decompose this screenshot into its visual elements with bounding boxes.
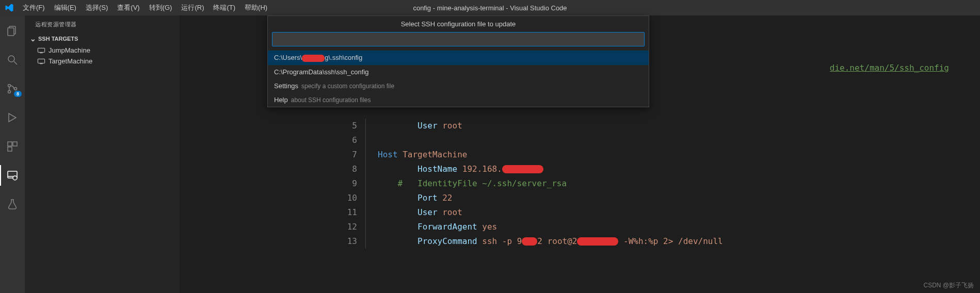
scm-badge: 8 xyxy=(14,91,22,97)
menu-help[interactable]: 帮助(H) xyxy=(240,1,272,14)
extensions-icon[interactable] xyxy=(0,136,25,157)
svg-rect-1 xyxy=(8,28,14,36)
menu-run[interactable]: 运行(R) xyxy=(176,1,208,14)
svg-rect-9 xyxy=(8,147,12,151)
title-bar: 文件(F) 编辑(E) 选择(S) 查看(V) 转到(G) 运行(R) 终端(T… xyxy=(0,0,980,15)
item-label: C:\ProgramData\ssh\ssh_config xyxy=(274,68,369,76)
monitor-icon xyxy=(37,47,45,54)
menu-terminal[interactable]: 终端(T) xyxy=(208,1,240,14)
code-line[interactable]: 13 ProxyCommand ssh -p 92 root@2 -W%h:%p… xyxy=(334,234,980,249)
item-label: Help xyxy=(274,96,288,104)
search-icon[interactable] xyxy=(0,50,25,70)
svg-line-3 xyxy=(14,61,17,64)
item-label: Settings xyxy=(274,82,298,90)
line-number: 5 xyxy=(334,119,357,133)
item-detail: specify a custom configuration file xyxy=(301,83,394,90)
line-number: 10 xyxy=(334,191,357,205)
svg-rect-8 xyxy=(13,142,17,146)
menu-view[interactable]: 查看(V) xyxy=(113,1,144,14)
code-line[interactable]: 6 xyxy=(334,133,980,148)
line-number: 12 xyxy=(334,220,357,234)
watermark: CSDN @影子飞扬 xyxy=(923,281,974,290)
ssh-target-jumpmachine[interactable]: JumpMachine xyxy=(25,45,180,56)
menu-go[interactable]: 转到(G) xyxy=(144,1,177,14)
menu-file[interactable]: 文件(F) xyxy=(18,1,50,14)
quick-pick-item-help[interactable]: Help about SSH configuration files xyxy=(268,93,649,107)
run-debug-icon[interactable] xyxy=(0,107,25,128)
target-label: JumpMachine xyxy=(49,46,90,54)
activity-bar: 8 xyxy=(0,15,25,293)
quick-pick-item-programdata[interactable]: C:\ProgramData\ssh\ssh_config xyxy=(268,65,649,79)
remote-explorer-icon[interactable] xyxy=(0,165,25,186)
quick-pick-title: Select SSH configuration file to update xyxy=(268,16,649,32)
chevron-down-icon: ⌄ xyxy=(30,35,36,43)
ssh-target-targetmachine[interactable]: TargetMachine xyxy=(25,56,180,67)
code-line[interactable]: 12 ForwardAgent yes xyxy=(334,220,980,234)
monitor-icon xyxy=(37,58,45,64)
redacted-icon xyxy=(577,237,618,246)
svg-point-4 xyxy=(8,85,11,87)
testing-icon[interactable] xyxy=(0,194,25,215)
quick-pick-input[interactable] xyxy=(272,32,645,46)
sidebar-title: 远程资源管理器 xyxy=(25,15,180,32)
svg-rect-15 xyxy=(38,59,44,63)
quick-pick-dialog: Select SSH configuration file to update … xyxy=(267,15,649,107)
vscode-logo-icon xyxy=(0,3,18,12)
line-number: 8 xyxy=(334,162,357,176)
files-icon[interactable] xyxy=(0,21,25,41)
source-control-icon[interactable]: 8 xyxy=(0,78,25,99)
line-number: 9 xyxy=(334,176,357,191)
line-number: 11 xyxy=(334,205,357,220)
redacted-icon xyxy=(502,165,543,173)
svg-point-5 xyxy=(8,91,11,93)
quick-pick-item-settings[interactable]: Settings specify a custom configuration … xyxy=(268,79,649,93)
line-number: 13 xyxy=(334,234,357,249)
svg-point-12 xyxy=(13,176,17,180)
redacted-icon xyxy=(522,237,537,246)
menu-selection[interactable]: 选择(S) xyxy=(81,1,113,14)
code-line[interactable]: 8 HostName 192.168. xyxy=(334,162,980,176)
sidebar-section-header[interactable]: ⌄ SSH TARGETS xyxy=(25,32,180,45)
code-line[interactable]: 10 Port 22 xyxy=(334,191,980,205)
line-number: 6 xyxy=(334,133,357,148)
svg-rect-7 xyxy=(8,142,12,146)
redacted-icon xyxy=(302,55,325,62)
target-label: TargetMachine xyxy=(49,57,92,65)
code-line[interactable]: 5 User root xyxy=(334,119,980,133)
line-number: 7 xyxy=(334,148,357,162)
menu-bar: 文件(F) 编辑(E) 选择(S) 查看(V) 转到(G) 运行(R) 终端(T… xyxy=(18,1,272,14)
svg-rect-13 xyxy=(38,48,44,52)
sidebar: 远程资源管理器 ⌄ SSH TARGETS JumpMachine Target… xyxy=(25,15,180,293)
code-line[interactable]: 11 User root xyxy=(334,205,980,220)
item-label: C:\Users\g\.ssh\config xyxy=(274,54,362,62)
code-line[interactable]: 9 # IdentityFile ~/.ssh/server_rsa xyxy=(334,176,980,191)
window-title: config - mine-analysis-terminal - Visual… xyxy=(413,4,567,12)
item-detail: about SSH configuration files xyxy=(291,96,371,104)
svg-point-6 xyxy=(14,88,17,90)
code-line[interactable]: 7Host TargetMachine xyxy=(334,148,980,162)
svg-point-2 xyxy=(8,56,14,62)
section-label: SSH TARGETS xyxy=(38,36,78,42)
menu-edit[interactable]: 编辑(E) xyxy=(50,1,81,14)
quick-pick-item-user-config[interactable]: C:\Users\g\.ssh\config xyxy=(268,51,649,65)
